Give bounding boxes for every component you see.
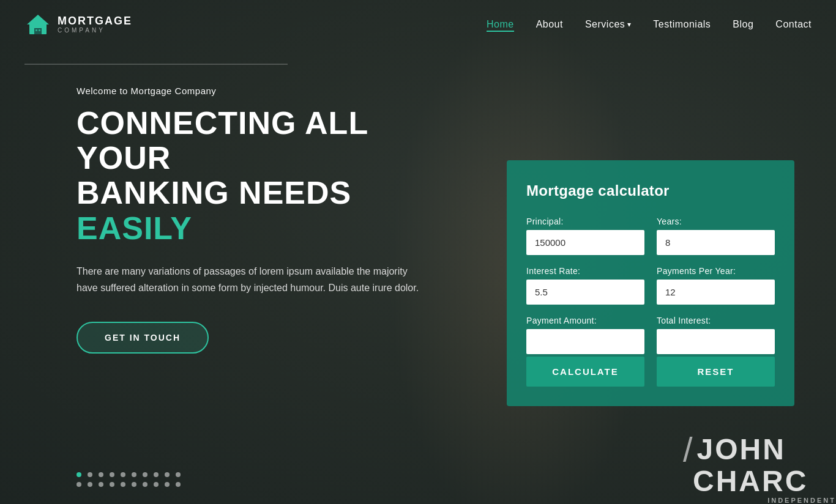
dot-2-3[interactable] (99, 482, 103, 487)
dot-1-4[interactable] (110, 472, 114, 477)
calculator-fields: Principal: Years: Interest Rate: Payment… (526, 217, 775, 354)
principal-input[interactable] (526, 230, 644, 255)
payment-amount-field: Payment Amount: (526, 316, 644, 354)
svg-marker-1 (27, 15, 49, 24)
payments-per-year-label: Payments Per Year: (657, 266, 775, 276)
dot-1-1[interactable] (77, 472, 81, 477)
dot-2-1[interactable] (77, 482, 81, 487)
principal-field: Principal: (526, 217, 644, 255)
interest-rate-label: Interest Rate: (526, 266, 644, 276)
nav-link-about[interactable]: About (536, 19, 563, 29)
payments-per-year-input[interactable] (657, 280, 775, 305)
dot-2-6[interactable] (132, 482, 136, 487)
nav-menu: Home About Services ▾ Testimonials Blog … (487, 19, 812, 30)
interest-rate-field: Interest Rate: (526, 266, 644, 305)
dot-1-5[interactable] (121, 472, 125, 477)
nav-link-services[interactable]: Services (585, 19, 625, 30)
dot-1-3[interactable] (99, 472, 103, 477)
nav-item-contact[interactable]: Contact (775, 19, 812, 30)
hero-section: MORTGAGE COMPANY Home About Services ▾ T… (0, 0, 836, 504)
interest-rate-input[interactable] (526, 280, 644, 305)
dots-row-1 (77, 472, 181, 477)
hero-description: There are many variations of passages of… (77, 263, 425, 296)
dot-2-10[interactable] (176, 482, 181, 487)
headline-line1: CONNECTING ALL YOUR (77, 105, 368, 176)
nav-link-testimonials[interactable]: Testimonials (653, 19, 711, 29)
payment-amount-input[interactable] (526, 329, 644, 354)
nav-link-blog[interactable]: Blog (733, 19, 753, 29)
nav-item-services[interactable]: Services ▾ (585, 19, 631, 30)
watermark-sub: INDEPENDENT (683, 497, 836, 504)
nav-item-about[interactable]: About (536, 19, 563, 30)
dot-2-5[interactable] (121, 482, 125, 487)
hero-headline: CONNECTING ALL YOUR BANKING NEEDS EASILY (77, 106, 456, 246)
nav-link-contact[interactable]: Contact (775, 19, 812, 29)
watermark-line2: CHARC (683, 467, 836, 496)
dot-1-10[interactable] (176, 472, 181, 477)
svg-rect-2 (34, 28, 42, 34)
mortgage-calculator: Mortgage calculator Principal: Years: In… (507, 160, 794, 406)
dot-2-4[interactable] (110, 482, 114, 487)
watermark: / JOHN CHARC INDEPENDENT (683, 432, 836, 504)
slider-dots (77, 472, 181, 487)
watermark-text2: CHARC (693, 467, 808, 496)
brand-sub: COMPANY (58, 28, 132, 34)
brand-logo[interactable]: MORTGAGE COMPANY (24, 11, 132, 38)
calculate-button[interactable]: CALCULATE (526, 357, 644, 387)
payment-amount-label: Payment Amount: (526, 316, 644, 325)
headline-line2: BANKING NEEDS (77, 175, 351, 210)
dot-1-7[interactable] (143, 472, 147, 477)
house-icon (24, 11, 51, 38)
hero-content: Welcome to Mortgage Company CONNECTING A… (77, 86, 456, 354)
services-dropdown-arrow: ▾ (627, 20, 631, 29)
get-in-touch-button[interactable]: GET IN TOUCH (77, 322, 209, 354)
dot-1-8[interactable] (154, 472, 159, 477)
total-interest-label: Total Interest: (657, 316, 775, 325)
dot-2-7[interactable] (143, 482, 147, 487)
watermark-text1: JOHN (697, 435, 786, 464)
years-field: Years: (657, 217, 775, 255)
hero-welcome-text: Welcome to Mortgage Company (77, 86, 456, 96)
headline-highlight: EASILY (77, 210, 192, 246)
decorative-line (24, 64, 288, 65)
calculator-buttons: CALCULATE RESET (526, 357, 775, 387)
brand-name: MORTGAGE (58, 15, 132, 26)
watermark-slash: / (683, 432, 695, 467)
dot-2-8[interactable] (154, 482, 159, 487)
principal-label: Principal: (526, 217, 644, 226)
total-interest-input[interactable] (657, 329, 775, 354)
total-interest-field: Total Interest: (657, 316, 775, 354)
dot-2-9[interactable] (165, 482, 170, 487)
nav-link-home[interactable]: Home (487, 19, 514, 32)
dot-1-9[interactable] (165, 472, 170, 477)
years-label: Years: (657, 217, 775, 226)
dot-1-2[interactable] (88, 472, 92, 477)
calculator-title: Mortgage calculator (526, 182, 775, 199)
svg-rect-3 (35, 29, 37, 31)
svg-rect-4 (39, 29, 40, 31)
nav-item-home[interactable]: Home (487, 19, 514, 30)
dot-2-2[interactable] (88, 482, 92, 487)
navbar: MORTGAGE COMPANY Home About Services ▾ T… (0, 0, 836, 49)
years-input[interactable] (657, 230, 775, 255)
watermark-line1: / JOHN (683, 432, 836, 467)
brand-text: MORTGAGE COMPANY (58, 15, 132, 34)
dots-row-2 (77, 482, 181, 487)
dot-1-6[interactable] (132, 472, 136, 477)
payments-per-year-field: Payments Per Year: (657, 266, 775, 305)
nav-item-testimonials[interactable]: Testimonials (653, 19, 711, 30)
nav-item-blog[interactable]: Blog (733, 19, 753, 30)
reset-button[interactable]: RESET (657, 357, 775, 387)
